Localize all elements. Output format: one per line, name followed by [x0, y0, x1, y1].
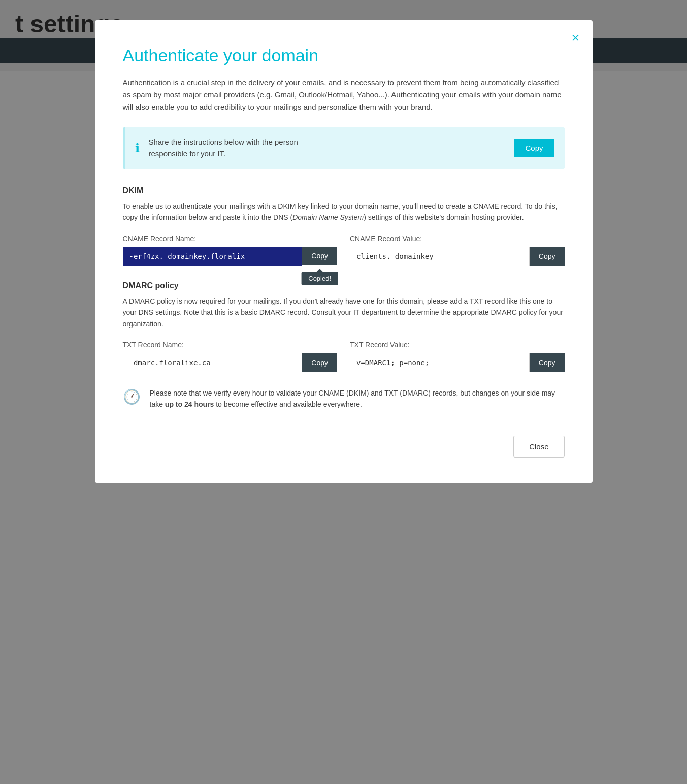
- dkim-title: DKIM: [123, 186, 565, 195]
- dmarc-title: DMARC policy: [123, 281, 565, 290]
- cname-name-label: CNAME Record Name:: [123, 235, 338, 243]
- cname-value-input-row: Copy: [350, 247, 565, 266]
- clock-icon: 🕐: [123, 388, 141, 405]
- txt-value-input[interactable]: [350, 353, 530, 372]
- cname-name-group: CNAME Record Name: Copy Copied!: [123, 235, 338, 266]
- clock-note: 🕐 Please note that we verify every hour …: [123, 387, 565, 410]
- modal-overlay: × Authenticate your domain Authenticatio…: [0, 0, 687, 784]
- dkim-records-row: CNAME Record Name: Copy Copied! CNAME Re…: [123, 235, 565, 266]
- dkim-description: To enable us to authenticate your mailin…: [123, 201, 565, 223]
- txt-value-group: TXT Record Value: Copy: [350, 341, 565, 372]
- info-box-copy-button[interactable]: Copy: [514, 139, 554, 157]
- info-box-text: Share the instructions below with the pe…: [149, 137, 298, 159]
- copied-tooltip: Copied!: [301, 272, 338, 285]
- dmarc-section: DMARC policy A DMARC policy is now requi…: [123, 281, 565, 372]
- dmarc-description: A DMARC policy is now required for your …: [123, 296, 565, 330]
- cname-name-input[interactable]: [123, 247, 303, 266]
- modal-close-button[interactable]: ×: [571, 30, 579, 45]
- modal-title: Authenticate your domain: [123, 46, 565, 66]
- authenticate-domain-modal: × Authenticate your domain Authenticatio…: [95, 20, 593, 483]
- dkim-section: DKIM To enable us to authenticate your m…: [123, 186, 565, 266]
- cname-name-copy-button[interactable]: Copy: [302, 247, 337, 265]
- txt-value-label: TXT Record Value:: [350, 341, 565, 349]
- dmarc-records-row: TXT Record Name: Copy TXT Record Value: …: [123, 341, 565, 372]
- info-box: ℹ Share the instructions below with the …: [123, 127, 565, 169]
- clock-text: Please note that we verify every hour to…: [150, 387, 565, 410]
- cname-name-input-row: Copy Copied!: [123, 247, 338, 266]
- info-icon: ℹ: [135, 141, 140, 155]
- cname-value-group: CNAME Record Value: Copy: [350, 235, 565, 266]
- cname-value-input[interactable]: [350, 247, 530, 266]
- txt-value-copy-button[interactable]: Copy: [530, 353, 565, 372]
- txt-name-label: TXT Record Name:: [123, 341, 338, 349]
- txt-name-input-row: Copy: [123, 353, 338, 372]
- cname-name-copy-wrapper: Copy Copied!: [302, 247, 337, 266]
- txt-value-input-row: Copy: [350, 353, 565, 372]
- txt-name-group: TXT Record Name: Copy: [123, 341, 338, 372]
- modal-description: Authentication is a crucial step in the …: [123, 77, 565, 113]
- txt-name-copy-button[interactable]: Copy: [302, 353, 337, 372]
- cname-value-label: CNAME Record Value:: [350, 235, 565, 243]
- info-box-left: ℹ Share the instructions below with the …: [135, 137, 298, 159]
- modal-close-footer-button[interactable]: Close: [513, 436, 564, 458]
- txt-name-input[interactable]: [123, 353, 303, 372]
- modal-footer: Close: [123, 431, 565, 458]
- cname-value-copy-button[interactable]: Copy: [530, 247, 565, 266]
